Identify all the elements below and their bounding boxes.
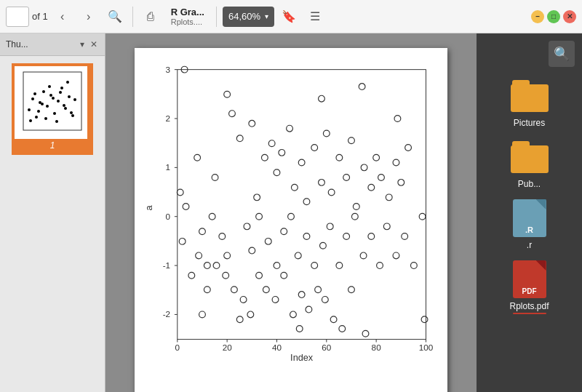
- folder-body-2: [511, 145, 549, 173]
- svg-point-20: [52, 97, 55, 100]
- svg-point-13: [71, 114, 74, 117]
- svg-text:3: 3: [166, 65, 171, 74]
- svg-text:80: 80: [372, 343, 382, 352]
- rplots-pdf-label: Rplots.pdf: [509, 301, 549, 311]
- pub-folder-image: [511, 138, 549, 176]
- pub-label: Pub...: [518, 179, 541, 189]
- svg-text:0: 0: [175, 343, 180, 352]
- page-of-label: of 1: [32, 11, 48, 22]
- r-file-label: .r: [527, 240, 532, 250]
- svg-text:100: 100: [419, 343, 434, 352]
- separator-1: [132, 7, 133, 27]
- svg-point-24: [66, 81, 69, 84]
- toolbar: 1 of 1 ‹ › 🔍 ⎙ R Gra... Rplots.... 64,60…: [0, 0, 582, 33]
- page-navigation: 1 of 1: [6, 7, 48, 27]
- svg-point-16: [37, 110, 40, 113]
- svg-point-15: [33, 92, 36, 95]
- page-number-input[interactable]: 1: [6, 7, 29, 27]
- thumbnail-svg: [15, 66, 87, 139]
- svg-point-8: [53, 112, 56, 115]
- thumbnail-image: [15, 66, 87, 139]
- svg-text:a: a: [144, 205, 154, 211]
- svg-text:1: 1: [166, 162, 171, 172]
- pictures-folder-image: [511, 77, 549, 115]
- svg-point-6: [46, 105, 49, 108]
- search-icon-right[interactable]: 🔍: [549, 41, 575, 67]
- svg-point-1: [28, 108, 31, 111]
- svg-rect-27: [178, 70, 426, 340]
- r-file-image: .R: [511, 199, 549, 237]
- minimize-button[interactable]: –: [531, 10, 544, 23]
- nav-back-button[interactable]: ‹: [51, 5, 74, 28]
- svg-text:2: 2: [166, 113, 171, 123]
- nav-forward-button[interactable]: ›: [77, 5, 100, 28]
- pub-folder-icon[interactable]: Pub...: [501, 138, 559, 189]
- sidebar-header: Thu... ▾ ✕: [0, 33, 105, 56]
- svg-point-14: [29, 119, 32, 122]
- r-file-icon[interactable]: .R .r: [501, 199, 559, 250]
- svg-text:60: 60: [322, 343, 332, 352]
- svg-text:Index: Index: [290, 353, 314, 361]
- svg-text:40: 40: [272, 343, 282, 352]
- svg-point-21: [55, 120, 58, 123]
- svg-point-2: [31, 97, 34, 100]
- pdf-underline: [513, 313, 546, 314]
- svg-point-12: [68, 95, 71, 98]
- folder-shape-2: [511, 141, 549, 173]
- svg-point-7: [49, 94, 52, 97]
- folder-shape: [511, 80, 549, 112]
- thumbnail-page-1[interactable]: 1: [12, 63, 93, 155]
- svg-point-23: [63, 104, 65, 107]
- search-button[interactable]: 🔍: [103, 5, 127, 28]
- zoom-value: 64,60%: [228, 11, 260, 22]
- pdf-icon-shape: PDF: [513, 260, 546, 298]
- pictures-label: Pictures: [514, 118, 545, 128]
- printer-button[interactable]: ⎙: [139, 5, 162, 28]
- svg-point-3: [35, 116, 38, 119]
- zoom-dropdown[interactable]: 64,60% ▾: [223, 7, 274, 27]
- svg-point-5: [42, 90, 45, 93]
- separator-2: [216, 7, 217, 27]
- pictures-folder-icon[interactable]: Pictures: [501, 77, 559, 128]
- svg-text:0: 0: [166, 212, 171, 221]
- folder-body: [511, 84, 549, 112]
- thumbnail-page-label: 1: [15, 139, 90, 152]
- zoom-arrow-icon: ▾: [265, 12, 268, 20]
- right-panel: 🔍 Pictures Pub...: [477, 33, 582, 392]
- sidebar-chevron-button[interactable]: ▾: [79, 38, 86, 51]
- svg-rect-0: [23, 72, 81, 130]
- svg-point-17: [41, 103, 44, 105]
- sidebar: Thu... ▾ ✕: [0, 33, 105, 392]
- svg-point-11: [64, 107, 67, 110]
- scatter-plot: 3 2 1 0 -1 -2 a 0 20: [142, 55, 440, 361]
- bookmark-button[interactable]: 🔖: [277, 5, 300, 28]
- svg-point-25: [70, 111, 73, 114]
- svg-point-10: [60, 87, 63, 89]
- menu-button[interactable]: ☰: [303, 5, 327, 28]
- svg-point-9: [57, 100, 60, 103]
- svg-point-22: [59, 91, 62, 94]
- pdf-icon-text: PDF: [522, 287, 537, 295]
- main-area: Thu... ▾ ✕: [0, 33, 582, 392]
- app-title-main: R Gra...: [171, 7, 204, 17]
- rplots-pdf-icon[interactable]: PDF Rplots.pdf: [501, 260, 559, 314]
- svg-text:20: 20: [223, 343, 233, 352]
- svg-point-18: [44, 117, 47, 120]
- thumbnail-container: 1: [0, 56, 105, 162]
- rplots-pdf-image: PDF: [511, 260, 549, 298]
- maximize-button[interactable]: □: [547, 10, 560, 23]
- app-title-sub: Rplots....: [171, 17, 204, 26]
- svg-point-26: [73, 98, 76, 101]
- svg-point-19: [48, 85, 51, 88]
- svg-text:-2: -2: [163, 309, 170, 319]
- close-button[interactable]: ✕: [563, 10, 576, 23]
- pdf-page: 3 2 1 0 -1 -2 a 0 20: [135, 48, 447, 392]
- app-title: R Gra... Rplots....: [171, 7, 204, 26]
- sidebar-close-button[interactable]: ✕: [89, 38, 99, 51]
- sidebar-header-label: Thu...: [6, 39, 76, 49]
- svg-text:-1: -1: [163, 260, 170, 270]
- pdf-area[interactable]: 3 2 1 0 -1 -2 a 0 20: [105, 33, 477, 392]
